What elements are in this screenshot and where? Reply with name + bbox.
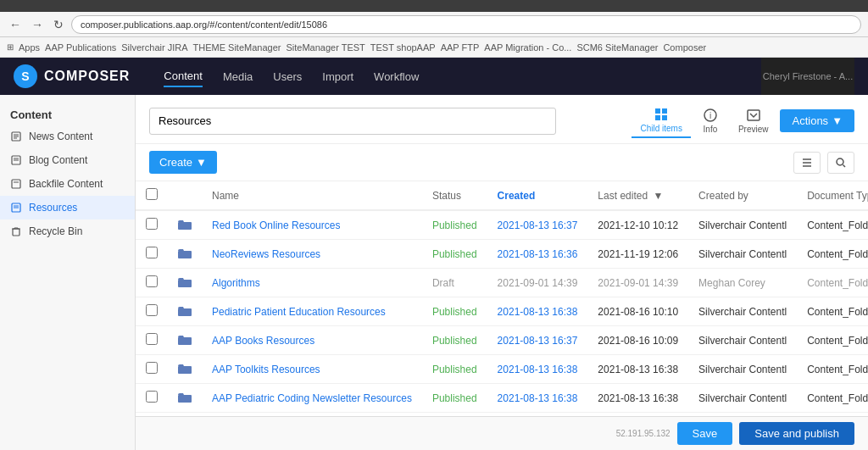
- tab-preview[interactable]: Preview: [730, 104, 777, 137]
- row-created: 2021-09-01 14:39: [487, 269, 588, 297]
- row-check[interactable]: [136, 297, 168, 326]
- bookmark-scm6[interactable]: SCM6 SiteManager: [576, 42, 658, 53]
- svg-rect-26: [178, 222, 192, 230]
- logo-icon: S: [14, 64, 37, 88]
- resources-icon: [10, 202, 22, 214]
- save-button[interactable]: Save: [677, 422, 733, 445]
- tab-child-items[interactable]: Child items: [632, 103, 690, 138]
- row-created-by: Silverchair Contentl: [688, 326, 797, 355]
- table-row[interactable]: AAP Toolkits Resources Published 2021-08…: [136, 355, 868, 384]
- row-check[interactable]: [136, 384, 168, 413]
- th-created[interactable]: Created: [487, 181, 588, 210]
- row-created-by: Silverchair Contentl: [688, 240, 797, 269]
- row-checkbox[interactable]: [146, 362, 158, 374]
- bookmark-aap-publications[interactable]: AAP Publications: [45, 42, 116, 53]
- row-last-edited: 2021-08-16 10:09: [587, 326, 688, 355]
- bookmark-apps[interactable]: Apps: [19, 42, 40, 53]
- svg-rect-29: [178, 308, 192, 316]
- row-name[interactable]: NeoReviews Resources: [202, 240, 422, 269]
- row-created: 2021-08-13 16:37: [487, 210, 588, 240]
- table-row[interactable]: NeoReviews Resources Published 2021-08-1…: [136, 240, 868, 269]
- row-checkbox[interactable]: [146, 391, 158, 403]
- search-button[interactable]: [827, 152, 854, 174]
- app-container: S COMPOSER Content Media Users Import Wo…: [0, 58, 868, 450]
- save-and-publish-button[interactable]: Save and publish: [739, 422, 854, 445]
- svg-rect-32: [178, 395, 192, 403]
- th-last-edited[interactable]: Last edited ▼: [587, 181, 688, 210]
- nav-workflow[interactable]: Workflow: [374, 67, 419, 86]
- table-row[interactable]: Pediatric Patient Education Resources Pu…: [136, 297, 868, 326]
- row-created-by: Silverchair Contentl: [688, 210, 797, 240]
- svg-rect-30: [178, 337, 192, 345]
- sidebar: Content News Content Blog Content Backfi…: [0, 95, 136, 450]
- svg-rect-7: [12, 180, 20, 188]
- table-row[interactable]: AAP Books Resources Published 2021-08-13…: [136, 326, 868, 355]
- row-icon-cell: [168, 384, 202, 413]
- bookmark-test-shop[interactable]: TEST shopAAP: [370, 42, 436, 53]
- create-button[interactable]: Create ▼: [149, 151, 217, 174]
- row-icon-cell: [168, 240, 202, 269]
- nav-import[interactable]: Import: [322, 67, 353, 86]
- row-name[interactable]: AAP Books Resources: [202, 326, 422, 355]
- bookmark-aap-ftp[interactable]: AAP FTP: [441, 42, 480, 53]
- bookmarks-apps: ⊞: [7, 42, 14, 52]
- table-row[interactable]: AAP Pediatric Coding Newsletter Resource…: [136, 384, 868, 413]
- row-checkbox[interactable]: [146, 275, 158, 287]
- row-doc-type: Content_Folder: [797, 297, 868, 326]
- row-name[interactable]: Algorithms: [202, 269, 422, 297]
- nav-media[interactable]: Media: [223, 67, 253, 86]
- table-container: Name Status Created Last edited ▼ Create…: [136, 181, 868, 416]
- bookmark-theme[interactable]: THEME SiteManager: [193, 42, 281, 53]
- row-check[interactable]: [136, 269, 168, 297]
- tab-info[interactable]: i Info: [694, 104, 726, 137]
- refresh-button[interactable]: ↻: [51, 18, 66, 31]
- row-check[interactable]: [136, 240, 168, 269]
- row-doc-type: Content_Folder: [797, 210, 868, 240]
- sidebar-item-backfile[interactable]: Backfile Content: [0, 172, 135, 196]
- row-check[interactable]: [136, 326, 168, 355]
- row-checkbox[interactable]: [146, 333, 158, 345]
- folder-icon: [178, 247, 192, 259]
- row-check[interactable]: [136, 210, 168, 240]
- row-name[interactable]: Red Book Online Resources: [202, 210, 422, 240]
- row-checkbox[interactable]: [146, 218, 158, 230]
- row-name[interactable]: Pediatric Patient Education Resources: [202, 297, 422, 326]
- bookmark-composer[interactable]: Composer: [663, 42, 706, 53]
- bookmark-silverchair-jira[interactable]: Silverchair JIRA: [121, 42, 187, 53]
- row-doc-type: Content_Folder: [797, 326, 868, 355]
- row-created-by: Silverchair Contentl: [688, 355, 797, 384]
- sidebar-item-blog-content[interactable]: Blog Content: [0, 148, 135, 172]
- row-checkbox[interactable]: [146, 304, 158, 316]
- row-icon-cell: [168, 210, 202, 240]
- bookmark-aap-migration[interactable]: AAP Migration - Co...: [484, 42, 571, 53]
- row-last-edited: 2021-08-13 16:38: [587, 355, 688, 384]
- list-view-button[interactable]: [793, 152, 821, 174]
- table-row[interactable]: Red Book Online Resources Published 2021…: [136, 210, 868, 240]
- forward-button[interactable]: →: [29, 18, 46, 31]
- table-row[interactable]: Algorithms Draft 2021-09-01 14:39 2021-0…: [136, 269, 868, 297]
- svg-rect-17: [662, 115, 667, 120]
- search-input[interactable]: [149, 108, 556, 135]
- svg-rect-28: [178, 280, 192, 287]
- row-check[interactable]: [136, 355, 168, 384]
- row-name[interactable]: AAP Toolkits Resources: [202, 355, 422, 384]
- row-last-edited: 2021-09-01 14:39: [587, 269, 688, 297]
- row-doc-type: Content_Folder: [797, 384, 868, 413]
- row-doc-type: Content_Folder: [797, 240, 868, 269]
- url-bar[interactable]: [71, 15, 861, 34]
- back-button[interactable]: ←: [7, 18, 24, 31]
- nav-users[interactable]: Users: [273, 67, 302, 86]
- row-last-edited: 2021-08-16 10:10: [587, 297, 688, 326]
- logo-area: S COMPOSER: [14, 64, 130, 88]
- row-name[interactable]: AAP Pediatric Coding Newsletter Resource…: [202, 384, 422, 413]
- bookmark-sitemanager-test[interactable]: SiteManager TEST: [286, 42, 364, 53]
- table-body: Red Book Online Resources Published 2021…: [136, 210, 868, 416]
- news-content-icon: [10, 131, 22, 142]
- nav-content[interactable]: Content: [164, 66, 203, 87]
- actions-button[interactable]: Actions ▼: [780, 109, 854, 132]
- sidebar-item-news-content[interactable]: News Content: [0, 125, 135, 148]
- row-checkbox[interactable]: [146, 247, 158, 258]
- sidebar-item-recycle[interactable]: Recycle Bin: [0, 219, 135, 243]
- select-all-checkbox[interactable]: [146, 188, 158, 200]
- sidebar-item-resources[interactable]: Resources: [0, 196, 135, 219]
